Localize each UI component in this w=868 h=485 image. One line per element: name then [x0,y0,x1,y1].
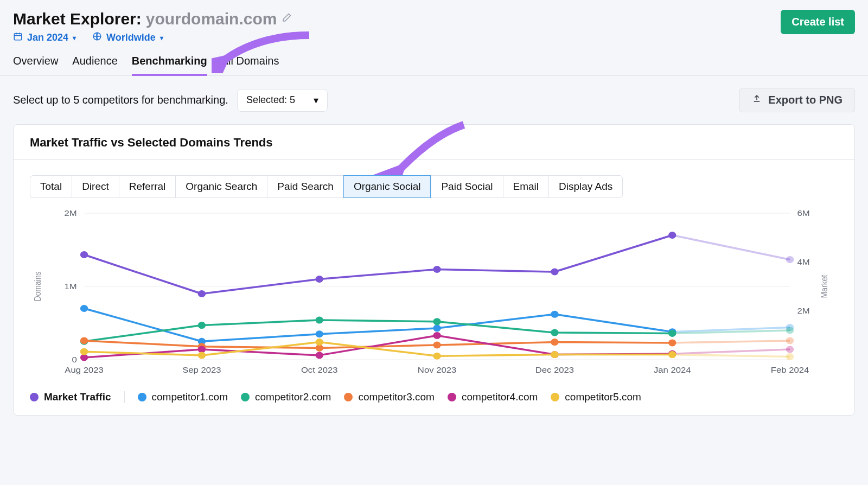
create-list-button[interactable]: Create list [781,10,855,34]
svg-text:Feb 2024: Feb 2024 [771,366,809,374]
legend-swatch [344,393,353,401]
svg-text:Jan 2024: Jan 2024 [654,366,691,374]
svg-text:6M: 6M [797,209,809,218]
section-tabs: OverviewAudienceBenchmarkingAll Domains [13,55,781,75]
svg-point-27 [551,269,558,276]
svg-point-25 [316,276,323,283]
svg-point-26 [433,266,441,273]
svg-point-49 [668,339,676,346]
tab-all-domains[interactable]: All Domains [221,55,279,75]
title-prefix: Market Explorer: [13,10,142,28]
svg-text:Aug 2023: Aug 2023 [65,366,104,374]
chevron-down-icon: ▾ [314,94,318,106]
svg-point-50 [786,337,794,344]
legend-item[interactable]: Market Traffic [30,391,111,403]
calendar-icon [13,31,23,44]
tab-benchmarking[interactable]: Benchmarking [132,55,207,76]
legend-item[interactable]: competitor3.com [344,391,434,403]
svg-point-47 [433,342,441,349]
svg-point-34 [551,311,558,318]
svg-point-64 [786,353,794,360]
channel-pill-organic-search[interactable]: Organic Search [175,175,267,198]
chart-legend: Market Trafficcompetitor1.comcompetitor2… [14,387,854,403]
region-selector[interactable]: Worldwide ▾ [92,31,163,44]
svg-text:1M: 1M [65,282,77,291]
svg-point-61 [433,353,441,360]
legend-item[interactable]: competitor4.com [448,391,538,403]
svg-point-40 [433,318,441,325]
svg-point-44 [80,337,88,344]
legend-item[interactable]: competitor1.com [138,391,228,403]
svg-text:Market: Market [820,275,829,298]
export-label: Export to PNG [768,94,843,106]
traffic-trends-card: Market Traffic vs Selected Domains Trend… [13,124,855,416]
svg-text:Domains: Domains [33,271,42,301]
card-title: Market Traffic vs Selected Domains Trend… [14,125,854,160]
svg-text:Nov 2023: Nov 2023 [418,366,457,374]
date-label: Jan 2024 [27,32,68,43]
svg-point-24 [198,290,206,297]
channel-pill-paid-social[interactable]: Paid Social [431,175,502,198]
channel-pill-direct[interactable]: Direct [72,175,119,198]
channel-pill-display-ads[interactable]: Display Ads [548,175,623,198]
svg-text:Oct 2023: Oct 2023 [301,366,338,374]
svg-text:Sep 2023: Sep 2023 [182,366,221,374]
svg-point-32 [316,330,323,337]
region-label: Worldwide [106,32,156,43]
svg-point-33 [433,324,441,331]
svg-point-41 [551,329,558,336]
svg-point-62 [551,351,558,358]
export-png-button[interactable]: Export to PNG [739,88,855,112]
legend-swatch [551,393,559,401]
svg-text:Dec 2023: Dec 2023 [535,366,575,374]
svg-point-48 [551,339,558,346]
svg-point-58 [80,348,88,355]
globe-icon [92,31,102,44]
upload-icon [752,94,762,106]
legend-label: competitor5.com [565,391,641,403]
page-title: Market Explorer: yourdomain.com [13,10,781,28]
svg-point-54 [433,332,441,339]
svg-point-43 [786,327,794,334]
dropdown-label: Selected: 5 [246,94,295,106]
svg-rect-0 [14,34,22,40]
svg-point-23 [80,251,88,258]
chevron-down-icon: ▾ [73,34,76,42]
channel-pill-paid-search[interactable]: Paid Search [267,175,343,198]
svg-point-39 [316,317,323,324]
legend-label: competitor4.com [462,391,538,403]
legend-item[interactable]: competitor2.com [241,391,331,403]
svg-text:4M: 4M [797,258,809,266]
edit-domain-icon[interactable] [281,12,292,26]
competitor-select-dropdown[interactable]: Selected: 5 ▾ [237,89,328,112]
legend-swatch [448,393,456,401]
svg-point-28 [668,232,676,239]
channel-pill-referral[interactable]: Referral [119,175,176,198]
tab-audience[interactable]: Audience [72,55,117,75]
tab-overview[interactable]: Overview [13,55,58,75]
svg-point-30 [80,305,88,312]
svg-point-57 [786,346,794,353]
legend-label: competitor1.com [152,391,228,403]
competitor-prompt: Select up to 5 competitors for benchmark… [13,94,228,106]
svg-point-59 [198,352,206,359]
channel-pill-email[interactable]: Email [503,175,549,198]
legend-swatch [30,393,39,401]
svg-text:0: 0 [72,355,76,364]
svg-text:2M: 2M [65,209,77,218]
legend-label: competitor2.com [255,391,331,403]
legend-label: competitor3.com [358,391,434,403]
legend-separator [124,391,125,403]
channel-pill-organic-social[interactable]: Organic Social [343,175,431,198]
svg-point-53 [316,352,323,359]
legend-item[interactable]: competitor5.com [551,391,641,403]
svg-point-38 [198,322,206,329]
chevron-down-icon: ▾ [160,34,163,42]
legend-label: Market Traffic [44,391,111,403]
svg-point-42 [668,330,676,337]
traffic-trends-chart: 01M2M2M4M6MAug 2023Sep 2023Oct 2023Nov 2… [30,202,838,387]
svg-text:2M: 2M [797,307,809,315]
date-selector[interactable]: Jan 2024 ▾ [13,31,76,44]
channel-pill-total[interactable]: Total [30,175,72,198]
legend-swatch [241,393,250,401]
